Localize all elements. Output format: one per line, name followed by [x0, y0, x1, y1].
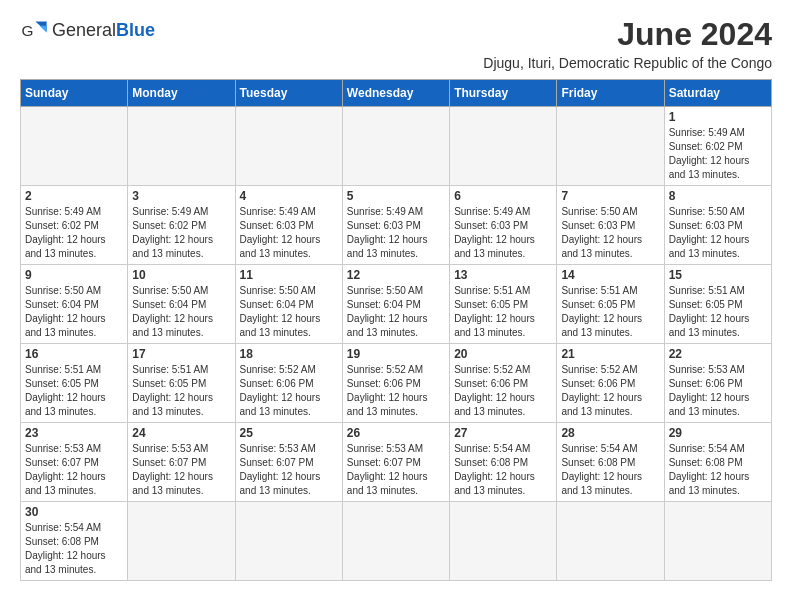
day-number: 22	[669, 347, 767, 361]
calendar-cell: 18Sunrise: 5:52 AMSunset: 6:06 PMDayligh…	[235, 344, 342, 423]
day-info: Sunrise: 5:54 AMSunset: 6:08 PMDaylight:…	[669, 442, 767, 498]
title-area: June 2024 Djugu, Ituri, Democratic Repub…	[483, 16, 772, 71]
calendar-cell: 30Sunrise: 5:54 AMSunset: 6:08 PMDayligh…	[21, 502, 128, 581]
day-number: 1	[669, 110, 767, 124]
day-number: 16	[25, 347, 123, 361]
calendar-cell	[557, 502, 664, 581]
calendar-cell	[450, 502, 557, 581]
calendar-cell: 3Sunrise: 5:49 AMSunset: 6:02 PMDaylight…	[128, 186, 235, 265]
day-number: 4	[240, 189, 338, 203]
calendar-cell	[128, 107, 235, 186]
day-number: 17	[132, 347, 230, 361]
calendar-cell	[342, 107, 449, 186]
svg-text:G: G	[21, 22, 33, 39]
day-info: Sunrise: 5:52 AMSunset: 6:06 PMDaylight:…	[347, 363, 445, 419]
day-number: 15	[669, 268, 767, 282]
calendar-cell: 4Sunrise: 5:49 AMSunset: 6:03 PMDaylight…	[235, 186, 342, 265]
day-info: Sunrise: 5:52 AMSunset: 6:06 PMDaylight:…	[240, 363, 338, 419]
logo: G GeneralBlue	[20, 16, 155, 44]
calendar-cell: 22Sunrise: 5:53 AMSunset: 6:06 PMDayligh…	[664, 344, 771, 423]
calendar-cell: 28Sunrise: 5:54 AMSunset: 6:08 PMDayligh…	[557, 423, 664, 502]
day-info: Sunrise: 5:49 AMSunset: 6:03 PMDaylight:…	[454, 205, 552, 261]
calendar-week-row: 16Sunrise: 5:51 AMSunset: 6:05 PMDayligh…	[21, 344, 772, 423]
day-info: Sunrise: 5:51 AMSunset: 6:05 PMDaylight:…	[25, 363, 123, 419]
day-number: 19	[347, 347, 445, 361]
day-info: Sunrise: 5:50 AMSunset: 6:04 PMDaylight:…	[240, 284, 338, 340]
day-info: Sunrise: 5:53 AMSunset: 6:07 PMDaylight:…	[240, 442, 338, 498]
day-info: Sunrise: 5:51 AMSunset: 6:05 PMDaylight:…	[454, 284, 552, 340]
day-number: 10	[132, 268, 230, 282]
day-number: 9	[25, 268, 123, 282]
calendar-cell	[450, 107, 557, 186]
day-info: Sunrise: 5:49 AMSunset: 6:03 PMDaylight:…	[347, 205, 445, 261]
day-number: 18	[240, 347, 338, 361]
svg-marker-2	[40, 26, 47, 33]
calendar-cell: 6Sunrise: 5:49 AMSunset: 6:03 PMDaylight…	[450, 186, 557, 265]
calendar-cell: 17Sunrise: 5:51 AMSunset: 6:05 PMDayligh…	[128, 344, 235, 423]
day-info: Sunrise: 5:50 AMSunset: 6:03 PMDaylight:…	[669, 205, 767, 261]
day-number: 3	[132, 189, 230, 203]
day-number: 26	[347, 426, 445, 440]
calendar-cell: 13Sunrise: 5:51 AMSunset: 6:05 PMDayligh…	[450, 265, 557, 344]
day-info: Sunrise: 5:53 AMSunset: 6:07 PMDaylight:…	[132, 442, 230, 498]
calendar-header-monday: Monday	[128, 80, 235, 107]
calendar-week-row: 30Sunrise: 5:54 AMSunset: 6:08 PMDayligh…	[21, 502, 772, 581]
calendar-cell: 26Sunrise: 5:53 AMSunset: 6:07 PMDayligh…	[342, 423, 449, 502]
day-info: Sunrise: 5:51 AMSunset: 6:05 PMDaylight:…	[669, 284, 767, 340]
calendar-table: SundayMondayTuesdayWednesdayThursdayFrid…	[20, 79, 772, 581]
day-number: 29	[669, 426, 767, 440]
calendar-cell: 12Sunrise: 5:50 AMSunset: 6:04 PMDayligh…	[342, 265, 449, 344]
calendar-cell: 19Sunrise: 5:52 AMSunset: 6:06 PMDayligh…	[342, 344, 449, 423]
calendar-cell	[235, 107, 342, 186]
calendar-cell	[557, 107, 664, 186]
day-info: Sunrise: 5:51 AMSunset: 6:05 PMDaylight:…	[132, 363, 230, 419]
day-number: 2	[25, 189, 123, 203]
calendar-cell	[664, 502, 771, 581]
day-number: 8	[669, 189, 767, 203]
calendar-cell	[21, 107, 128, 186]
calendar-cell: 5Sunrise: 5:49 AMSunset: 6:03 PMDaylight…	[342, 186, 449, 265]
day-number: 23	[25, 426, 123, 440]
day-number: 21	[561, 347, 659, 361]
calendar-cell: 21Sunrise: 5:52 AMSunset: 6:06 PMDayligh…	[557, 344, 664, 423]
calendar-header-wednesday: Wednesday	[342, 80, 449, 107]
day-number: 11	[240, 268, 338, 282]
day-number: 14	[561, 268, 659, 282]
calendar-cell: 10Sunrise: 5:50 AMSunset: 6:04 PMDayligh…	[128, 265, 235, 344]
day-info: Sunrise: 5:50 AMSunset: 6:04 PMDaylight:…	[25, 284, 123, 340]
calendar-header-saturday: Saturday	[664, 80, 771, 107]
day-number: 30	[25, 505, 123, 519]
day-number: 24	[132, 426, 230, 440]
day-info: Sunrise: 5:53 AMSunset: 6:06 PMDaylight:…	[669, 363, 767, 419]
day-number: 28	[561, 426, 659, 440]
day-number: 5	[347, 189, 445, 203]
logo-general: General	[52, 20, 116, 40]
calendar-cell: 8Sunrise: 5:50 AMSunset: 6:03 PMDaylight…	[664, 186, 771, 265]
calendar-week-row: 2Sunrise: 5:49 AMSunset: 6:02 PMDaylight…	[21, 186, 772, 265]
day-number: 25	[240, 426, 338, 440]
day-info: Sunrise: 5:53 AMSunset: 6:07 PMDaylight:…	[347, 442, 445, 498]
day-info: Sunrise: 5:49 AMSunset: 6:03 PMDaylight:…	[240, 205, 338, 261]
day-info: Sunrise: 5:49 AMSunset: 6:02 PMDaylight:…	[25, 205, 123, 261]
day-info: Sunrise: 5:51 AMSunset: 6:05 PMDaylight:…	[561, 284, 659, 340]
day-number: 7	[561, 189, 659, 203]
calendar-cell: 16Sunrise: 5:51 AMSunset: 6:05 PMDayligh…	[21, 344, 128, 423]
calendar-cell: 11Sunrise: 5:50 AMSunset: 6:04 PMDayligh…	[235, 265, 342, 344]
logo-icon: G	[20, 16, 48, 44]
calendar-cell	[342, 502, 449, 581]
calendar-week-row: 23Sunrise: 5:53 AMSunset: 6:07 PMDayligh…	[21, 423, 772, 502]
calendar-week-row: 1Sunrise: 5:49 AMSunset: 6:02 PMDaylight…	[21, 107, 772, 186]
calendar-cell: 25Sunrise: 5:53 AMSunset: 6:07 PMDayligh…	[235, 423, 342, 502]
calendar-cell: 2Sunrise: 5:49 AMSunset: 6:02 PMDaylight…	[21, 186, 128, 265]
day-number: 20	[454, 347, 552, 361]
month-title: June 2024	[483, 16, 772, 53]
calendar-cell: 24Sunrise: 5:53 AMSunset: 6:07 PMDayligh…	[128, 423, 235, 502]
calendar-cell	[128, 502, 235, 581]
day-info: Sunrise: 5:52 AMSunset: 6:06 PMDaylight:…	[561, 363, 659, 419]
day-info: Sunrise: 5:49 AMSunset: 6:02 PMDaylight:…	[132, 205, 230, 261]
logo-blue: Blue	[116, 20, 155, 40]
calendar-cell	[235, 502, 342, 581]
calendar-cell: 29Sunrise: 5:54 AMSunset: 6:08 PMDayligh…	[664, 423, 771, 502]
calendar-cell: 14Sunrise: 5:51 AMSunset: 6:05 PMDayligh…	[557, 265, 664, 344]
day-info: Sunrise: 5:53 AMSunset: 6:07 PMDaylight:…	[25, 442, 123, 498]
